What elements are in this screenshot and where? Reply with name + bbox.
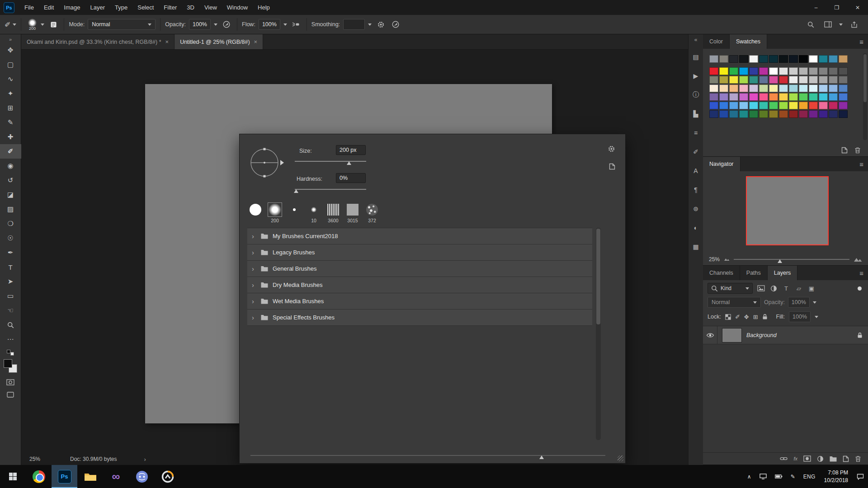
screen-mode-icon[interactable] [7,392,14,398]
color-swatch[interactable] [789,93,798,101]
brush-group-row[interactable]: ›Special Effects Brushes [247,310,592,326]
color-swatch[interactable] [779,55,788,63]
color-swatch[interactable] [739,93,748,101]
color-swatch[interactable] [729,93,738,101]
color-swatch[interactable] [809,84,818,92]
chevron-right-icon[interactable]: › [252,297,256,305]
color-swatch[interactable] [829,110,838,118]
color-swatch[interactable] [829,76,838,84]
brush-angle-control[interactable] [247,145,287,180]
color-swatch[interactable] [839,110,848,118]
color-swatch[interactable] [749,55,758,63]
color-swatch[interactable] [769,110,778,118]
brush-list-scrollbar[interactable] [596,228,601,440]
brush-group-row[interactable]: ›General Brushes [247,261,592,277]
tool-preset-picker[interactable]: ✐ [5,20,16,29]
eyedropper-tool[interactable]: ✎ [0,115,21,130]
foreground-color-swatch[interactable] [4,359,12,368]
zoom-tool[interactable] [0,318,21,332]
quick-selection-tool[interactable]: ✦ [0,86,21,101]
chevron-right-icon[interactable]: › [252,314,256,321]
opacity-field[interactable]: 100% [189,19,211,30]
menu-item-filter[interactable]: Filter [159,0,182,15]
type-tool[interactable]: T [0,260,21,274]
zoom-out-icon[interactable] [724,257,730,261]
color-swatch[interactable] [839,84,848,92]
brush-picker-gear-icon[interactable] [608,145,615,153]
pressure-size-icon[interactable] [390,19,401,30]
path-selection-tool[interactable]: ➤ [0,274,21,289]
color-swatch[interactable] [739,76,748,84]
layer-opacity-field[interactable]: 100% [788,297,810,308]
color-swatch[interactable] [719,55,728,63]
color-swatch[interactable] [709,55,718,63]
filter-shape-layers-icon[interactable]: ▱ [793,283,804,293]
filter-type-layers-icon[interactable]: T [781,283,792,293]
color-swatch[interactable] [749,67,758,75]
expand-panels-icon[interactable]: « [690,37,701,42]
color-swatch[interactable] [809,93,818,101]
color-swatch[interactable] [769,93,778,101]
blur-tool[interactable]: ❍ [0,216,21,231]
color-swatch[interactable] [789,76,798,84]
tab-navigator[interactable]: Navigator [703,157,741,171]
color-swatch[interactable] [809,110,818,118]
info-panel-icon[interactable]: ⓘ [690,90,701,99]
dodge-tool[interactable]: ☉ [0,231,21,245]
layer-thumbnail[interactable] [722,328,742,343]
color-swatch[interactable] [719,110,728,118]
navigator-zoom-value[interactable]: 25% [709,256,720,263]
color-swatch[interactable] [749,102,758,109]
brush-preset-372[interactable]: 372 [364,203,380,223]
move-tool[interactable]: ✥ [0,43,21,57]
status-options-icon[interactable]: › [144,456,146,463]
color-swatch[interactable] [729,84,738,92]
new-layer-icon[interactable] [843,455,849,462]
color-swatch[interactable] [719,76,728,84]
menu-item-3d[interactable]: 3D [182,0,199,15]
color-swatch[interactable] [779,102,788,109]
color-swatch[interactable] [799,102,808,109]
default-colors-icon[interactable] [7,350,14,356]
color-swatch[interactable] [749,76,758,84]
menu-item-type[interactable]: Type [110,0,132,15]
taskbar-discord[interactable] [129,465,155,488]
color-swatch[interactable] [759,93,768,101]
brush-size-field[interactable]: 200 px [336,145,366,155]
close-button[interactable]: ✕ [847,0,868,15]
paragraph-panel-icon[interactable]: ¶ [690,185,701,194]
zoom-in-icon[interactable] [854,257,862,262]
color-swatch[interactable] [719,67,728,75]
color-swatch[interactable] [839,55,848,63]
color-swatch[interactable] [749,84,758,92]
filter-pixel-layers-icon[interactable] [755,283,766,293]
color-swatch[interactable] [799,110,808,118]
lasso-tool[interactable]: ∿ [0,72,21,86]
color-swatch[interactable] [779,67,788,75]
menu-item-file[interactable]: File [19,0,39,15]
tab-color[interactable]: Color [703,34,730,49]
color-swatch[interactable] [789,55,798,63]
color-swatch[interactable] [819,110,828,118]
brush-hardness-field[interactable]: 0% [336,173,366,183]
flow-field[interactable]: 100% [259,19,280,30]
edit-toolbar[interactable]: ⋯ [0,332,21,347]
new-group-icon[interactable] [830,456,837,462]
color-swatch[interactable] [789,110,798,118]
panel-menu-icon[interactable]: ≡ [859,269,863,277]
color-swatch[interactable] [819,67,828,75]
document-tab[interactable]: Untitled-1 @ 25% (RGB/8#)× [175,34,263,49]
gradient-tool[interactable]: ▨ [0,202,21,216]
layer-style-icon[interactable]: fx [793,456,797,461]
color-swatch[interactable] [769,84,778,92]
menu-item-help[interactable]: Help [253,0,275,15]
smoothing-options-gear-icon[interactable] [375,19,387,30]
color-swatch[interactable] [819,76,828,84]
taskbar-file-explorer[interactable] [77,465,103,488]
quick-mask-icon[interactable] [6,379,14,385]
actions-panel-icon[interactable]: ▶ [690,71,701,80]
lock-pixels-icon[interactable]: ✐ [735,314,740,320]
color-swatch[interactable] [789,102,798,109]
chevron-right-icon[interactable]: › [252,249,256,256]
color-swatch[interactable] [829,55,838,63]
